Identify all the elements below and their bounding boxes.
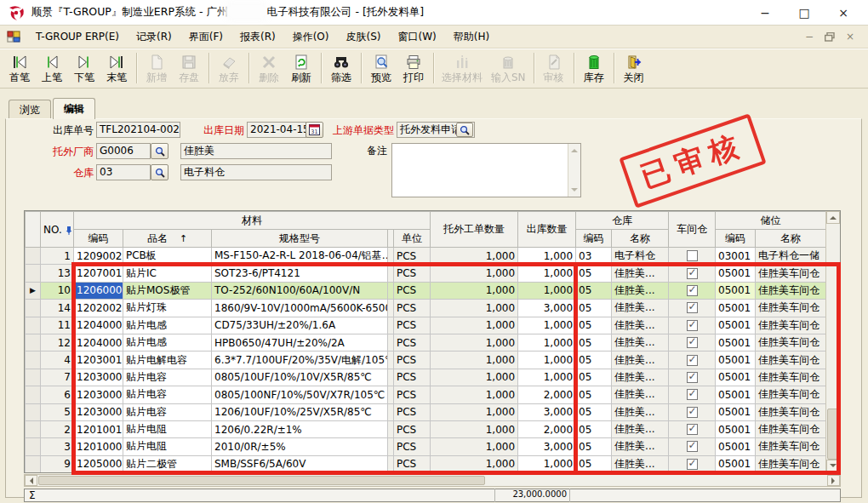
cell-unit[interactable]: PCS <box>394 455 431 472</box>
cell-oq[interactable]: 1,000 <box>431 455 518 472</box>
cell-ln[interactable]: 佳胜美车间仓 <box>756 455 825 472</box>
cell-out[interactable]: 1,000 <box>518 317 576 334</box>
workshop-checkbox[interactable] <box>687 459 698 470</box>
cell-whn[interactable]: 佳胜美... <box>612 369 669 386</box>
header-order-qty[interactable]: 托外工单数量 <box>431 212 518 248</box>
table-row[interactable]: 212010013贴片电阻1206/0.22R/±1%PCS1,0002,000… <box>26 420 826 437</box>
cell-lc[interactable]: 05001 <box>716 455 756 472</box>
cell-no[interactable]: 6 <box>41 386 74 403</box>
header-no[interactable]: NO. <box>41 212 74 248</box>
cell-ln[interactable]: 佳胜美车间仓 <box>756 317 825 334</box>
cell-code[interactable]: 12040007 <box>74 334 123 351</box>
cell-unit[interactable]: PCS <box>394 403 431 420</box>
menu-item-record[interactable]: 记录(R) <box>128 27 180 47</box>
cell-ws[interactable] <box>669 282 716 299</box>
cell-no[interactable]: 14 <box>41 300 74 317</box>
cell-ln[interactable]: 佳胜美车间仓 <box>756 420 825 437</box>
cell-whn[interactable]: 佳胜美... <box>612 317 669 334</box>
header-workshop[interactable]: 车间仓 <box>669 212 716 248</box>
cell-spec[interactable]: 0805/100NF/10%/50V/X7R/105℃ <box>212 386 388 403</box>
prev-record-button[interactable]: 上笔 <box>36 50 68 87</box>
cell-oq[interactable]: 1,000 <box>431 369 518 386</box>
cell-whc[interactable]: 05 <box>576 282 612 299</box>
vertical-scrollbar[interactable] <box>825 211 840 472</box>
mdi-minimize-button[interactable]: − <box>803 31 815 43</box>
workshop-checkbox[interactable] <box>687 389 698 400</box>
cell-no[interactable]: 13 <box>41 265 74 282</box>
cell-code[interactable]: 12070012 <box>74 265 123 282</box>
inventory-button[interactable]: 库存 <box>578 50 610 87</box>
workshop-checkbox[interactable] <box>687 441 698 452</box>
cell-whn[interactable]: 佳胜美... <box>612 438 669 455</box>
cell-code[interactable]: 12030010 <box>74 352 123 369</box>
cell-no[interactable]: 3 <box>41 438 74 455</box>
cell-oq[interactable]: 1,000 <box>431 403 518 420</box>
cell-ws[interactable] <box>669 300 716 317</box>
cell-whc[interactable]: 05 <box>576 369 612 386</box>
header-warehouse-group[interactable]: 仓库 <box>576 212 669 230</box>
header-unit[interactable]: 单位 <box>394 230 431 248</box>
cell-whn[interactable]: 佳胜美... <box>612 282 669 299</box>
preview-button[interactable]: 预览 <box>365 50 397 87</box>
cell-no[interactable]: 9 <box>41 455 74 472</box>
next-record-button[interactable]: 下笔 <box>68 50 100 87</box>
workshop-checkbox[interactable] <box>687 320 698 331</box>
cell-name[interactable]: 贴片电感 <box>123 317 212 334</box>
cell-whn[interactable]: 佳胜美... <box>612 334 669 351</box>
cell-ln[interactable]: 佳胜美车间仓 <box>756 403 825 420</box>
cell-whc[interactable]: 05 <box>576 420 612 437</box>
cell-sliver[interactable] <box>388 334 394 351</box>
menu-item-interface[interactable]: 界面(F) <box>180 27 231 47</box>
cell-unit[interactable]: PCS <box>394 352 431 369</box>
cell-no[interactable]: 10 <box>41 282 74 299</box>
menu-item-report[interactable]: 报表(R) <box>231 27 284 47</box>
cell-whc[interactable]: 05 <box>576 265 612 282</box>
cell-no[interactable]: 12 <box>41 334 74 351</box>
cell-out[interactable]: 1,000 <box>518 265 576 282</box>
cell-sliver[interactable] <box>388 403 394 420</box>
cell-name[interactable]: 贴片电感 <box>123 334 212 351</box>
minimize-button[interactable]: − <box>756 6 774 20</box>
cell-name[interactable]: 贴片电容 <box>123 369 212 386</box>
cell-no[interactable]: 2 <box>41 420 74 437</box>
table-row[interactable]: 912050004贴片二极管SMB/SSF6/5A/60VPCS1,0001,0… <box>26 455 826 472</box>
vertical-scroll-thumb[interactable] <box>827 409 839 460</box>
table-row[interactable]: 1412020025贴片灯珠1860/9V-10V/1000mA/5600K-6… <box>26 300 826 317</box>
header-code[interactable]: 编码 <box>74 230 123 248</box>
menu-item-skin[interactable]: 皮肤(S) <box>338 27 390 47</box>
scroll-left-button[interactable] <box>25 475 37 486</box>
cell-name[interactable]: 贴片二极管 <box>123 455 212 472</box>
cell-code[interactable]: 12030001 <box>74 403 123 420</box>
cell-name[interactable]: 贴片电阻 <box>123 438 212 455</box>
remark-textarea[interactable] <box>391 143 581 197</box>
scroll-down-button[interactable] <box>826 460 840 472</box>
cell-ln[interactable]: 佳胜美车间仓 <box>756 386 825 403</box>
cell-unit[interactable]: PCS <box>394 248 431 265</box>
cell-spec[interactable]: SMB/SSF6/5A/60V <box>212 455 388 472</box>
cell-ws[interactable] <box>669 369 716 386</box>
header-material-group[interactable]: 材料 <box>74 212 431 230</box>
workshop-checkbox[interactable] <box>687 407 698 418</box>
cell-whc[interactable]: 05 <box>576 300 612 317</box>
table-row[interactable]: 712030005贴片电容0805/10UF/10%/10V/X5R/85℃PC… <box>26 369 826 386</box>
cell-code[interactable]: 12030005 <box>74 369 123 386</box>
cell-ln[interactable]: 佳胜美车间仓 <box>756 265 825 282</box>
cell-sliver[interactable] <box>388 300 394 317</box>
cell-whc[interactable]: 05 <box>576 317 612 334</box>
first-record-button[interactable]: 首笔 <box>3 50 36 87</box>
cell-spec[interactable]: 2010/0R/±5% <box>212 438 388 455</box>
menu-item-operation[interactable]: 操作(O) <box>284 27 338 47</box>
cell-spec[interactable]: 1206/0.22R/±1% <box>212 420 388 437</box>
cell-name[interactable]: 贴片IC <box>123 265 212 282</box>
workshop-checkbox[interactable] <box>687 355 698 366</box>
cell-ws[interactable] <box>669 265 716 282</box>
header-wh-code[interactable]: 编码 <box>576 230 612 248</box>
calendar-button[interactable]: 31 <box>306 122 323 138</box>
cell-oq[interactable]: 1,000 <box>431 300 518 317</box>
cell-lc[interactable]: 05001 <box>716 386 756 403</box>
cell-out[interactable]: 2,000 <box>518 386 576 403</box>
cell-name[interactable]: PCB板 <box>123 248 212 265</box>
cell-ws[interactable] <box>669 455 716 472</box>
cell-spec[interactable]: HPB0650/47UH/±20%/2A <box>212 334 388 351</box>
scroll-up-icon[interactable] <box>571 146 578 152</box>
